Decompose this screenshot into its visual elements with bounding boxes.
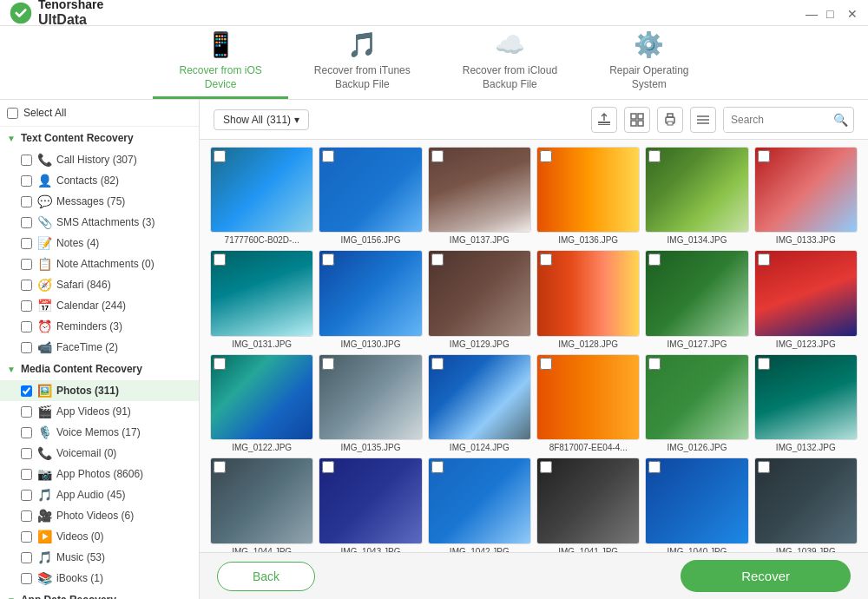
checkbox-voicemail[interactable] — [21, 448, 32, 459]
photo-select-checkbox[interactable] — [540, 253, 552, 266]
checkbox-photo-videos[interactable] — [21, 510, 32, 522]
photo-item[interactable]: IMG_0128.JPG — [536, 250, 640, 348]
sidebar-item-app-audio[interactable]: 🎵 App Audio (45) — [0, 484, 199, 505]
sidebar-item-app-photos[interactable]: 📷 App Photos (8606) — [0, 464, 199, 484]
photo-item[interactable]: IMG_0126.JPG — [645, 354, 748, 452]
photo-select-checkbox[interactable] — [648, 461, 661, 473]
photo-item[interactable]: IMG_0131.JPG — [210, 250, 313, 348]
section-media-header[interactable]: ▼ Media Content Recovery — [0, 358, 199, 380]
section-text-header[interactable]: ▼ Text Content Recovery — [0, 127, 199, 149]
show-all-button[interactable]: Show All (311) ▾ — [214, 109, 309, 130]
photo-item[interactable]: IMG_0127.JPG — [645, 250, 748, 348]
checkbox-safari[interactable] — [21, 280, 32, 291]
photo-select-checkbox[interactable] — [322, 358, 334, 370]
sidebar-item-notes[interactable]: 📝 Notes (4) — [0, 233, 199, 253]
photo-select-checkbox[interactable] — [214, 461, 226, 473]
checkbox-notes[interactable] — [21, 238, 32, 249]
checkbox-voice-memos[interactable] — [21, 427, 32, 438]
photo-select-checkbox[interactable] — [648, 358, 661, 370]
tab-repair[interactable]: ⚙️ Repair OperatingSystem — [583, 26, 714, 99]
sidebar-item-safari[interactable]: 🧭 Safari (846) — [0, 274, 199, 295]
photo-select-checkbox[interactable] — [431, 150, 444, 162]
checkbox-ibooks[interactable] — [21, 573, 32, 584]
photo-item[interactable]: IMG_0122.JPG — [210, 354, 313, 452]
sidebar-item-reminders[interactable]: ⏰ Reminders (3) — [0, 316, 199, 337]
checkbox-facetime[interactable] — [21, 342, 32, 353]
close-button[interactable]: ✕ — [847, 7, 859, 19]
tab-icloud[interactable]: ☁️ Recover from iCloudBackup File — [437, 26, 583, 99]
sidebar-item-music[interactable]: 🎵 Music (53) — [0, 547, 199, 568]
sidebar-item-calendar[interactable]: 📅 Calendar (244) — [0, 295, 199, 316]
sidebar-item-voicemail[interactable]: 📞 Voicemail (0) — [0, 443, 199, 464]
sidebar-item-contacts[interactable]: 👤 Contacts (82) — [0, 170, 199, 191]
photo-item[interactable]: IMG_0124.JPG — [428, 354, 531, 452]
photo-select-checkbox[interactable] — [214, 358, 226, 370]
photo-item[interactable]: IMG_0156.JPG — [319, 147, 422, 245]
photo-item[interactable]: IMG_1040.JPG — [645, 457, 748, 552]
sidebar-item-photos[interactable]: 🖼️ Photos (311) — [0, 380, 199, 401]
photo-item[interactable]: IMG_0130.JPG — [319, 250, 422, 348]
photo-item[interactable]: IMG_0135.JPG — [319, 354, 422, 452]
photo-select-checkbox[interactable] — [431, 358, 444, 370]
checkbox-reminders[interactable] — [21, 321, 32, 332]
photo-select-checkbox[interactable] — [758, 461, 770, 473]
checkbox-app-videos[interactable] — [21, 406, 32, 418]
sidebar-item-app-videos[interactable]: 🎬 App Videos (91) — [0, 401, 199, 422]
search-input[interactable] — [724, 108, 828, 132]
photo-select-checkbox[interactable] — [758, 358, 770, 370]
photo-select-checkbox[interactable] — [648, 253, 661, 266]
photo-item[interactable]: 8F817007-EE04-4... — [536, 354, 640, 452]
photo-select-checkbox[interactable] — [322, 461, 334, 473]
select-all-checkbox[interactable] — [7, 108, 18, 119]
sidebar-item-videos[interactable]: ▶️ Videos (0) — [0, 526, 199, 547]
photo-item[interactable]: IMG_1039.JPG — [754, 457, 858, 552]
sidebar-item-note-attachments[interactable]: 📋 Note Attachments (0) — [0, 253, 199, 274]
photo-select-checkbox[interactable] — [214, 150, 226, 162]
checkbox-app-photos[interactable] — [21, 469, 32, 480]
photo-item[interactable]: IMG_0123.JPG — [754, 250, 858, 348]
photo-select-checkbox[interactable] — [214, 253, 226, 266]
photo-select-checkbox[interactable] — [431, 253, 444, 266]
sidebar-item-messages[interactable]: 💬 Messages (75) — [0, 191, 199, 212]
photo-item[interactable]: IMG_0137.JPG — [428, 147, 531, 245]
checkbox-sms-attachments[interactable] — [21, 217, 32, 228]
sidebar-item-sms-attachments[interactable]: 📎 SMS Attachments (3) — [0, 212, 199, 233]
photo-item[interactable]: IMG_1041.JPG — [536, 457, 640, 552]
minimize-button[interactable]: — — [806, 7, 818, 19]
photo-select-checkbox[interactable] — [322, 150, 334, 162]
checkbox-photos[interactable] — [21, 385, 32, 397]
list-view-button[interactable] — [690, 107, 716, 133]
checkbox-app-audio[interactable] — [21, 490, 32, 501]
tab-itunes[interactable]: 🎵 Recover from iTunesBackup File — [288, 26, 437, 99]
checkbox-calendar[interactable] — [21, 300, 32, 312]
photo-item[interactable]: IMG_1043.JPG — [319, 457, 422, 552]
sidebar-item-voice-memos[interactable]: 🎙️ Voice Memos (17) — [0, 422, 199, 443]
photo-select-checkbox[interactable] — [540, 358, 552, 370]
photo-select-checkbox[interactable] — [540, 461, 552, 473]
photo-select-checkbox[interactable] — [648, 150, 661, 162]
sidebar-item-ibooks[interactable]: 📚 iBooks (1) — [0, 568, 199, 589]
photo-item[interactable]: IMG_1044.JPG — [210, 457, 313, 552]
tab-ios-device[interactable]: 📱 Recover from iOSDevice — [153, 26, 287, 99]
checkbox-call-history[interactable] — [21, 155, 32, 166]
photo-select-checkbox[interactable] — [758, 150, 770, 162]
photo-item[interactable]: IMG_0132.JPG — [754, 354, 858, 452]
sidebar-item-facetime[interactable]: 📹 FaceTime (2) — [0, 337, 199, 358]
photo-item[interactable]: IMG_0129.JPG — [428, 250, 531, 348]
checkbox-music[interactable] — [21, 552, 32, 563]
checkbox-videos[interactable] — [21, 531, 32, 543]
checkbox-messages[interactable] — [21, 196, 32, 207]
checkbox-note-attachments[interactable] — [21, 259, 32, 270]
back-button[interactable]: Back — [217, 562, 315, 591]
photo-select-checkbox[interactable] — [540, 150, 552, 162]
photo-item[interactable]: IMG_0133.JPG — [754, 147, 858, 245]
export-button[interactable] — [591, 107, 617, 133]
section-appdata-header[interactable]: ▼ App Data Recovery — [0, 589, 199, 599]
print-button[interactable] — [657, 107, 683, 133]
sidebar-item-call-history[interactable]: 📞 Call History (307) — [0, 149, 199, 170]
photo-select-checkbox[interactable] — [322, 253, 334, 266]
photo-select-checkbox[interactable] — [431, 461, 444, 473]
photo-item[interactable]: IMG_0134.JPG — [645, 147, 748, 245]
recover-button[interactable]: Recover — [681, 560, 851, 592]
grid-view-button[interactable] — [624, 107, 650, 133]
